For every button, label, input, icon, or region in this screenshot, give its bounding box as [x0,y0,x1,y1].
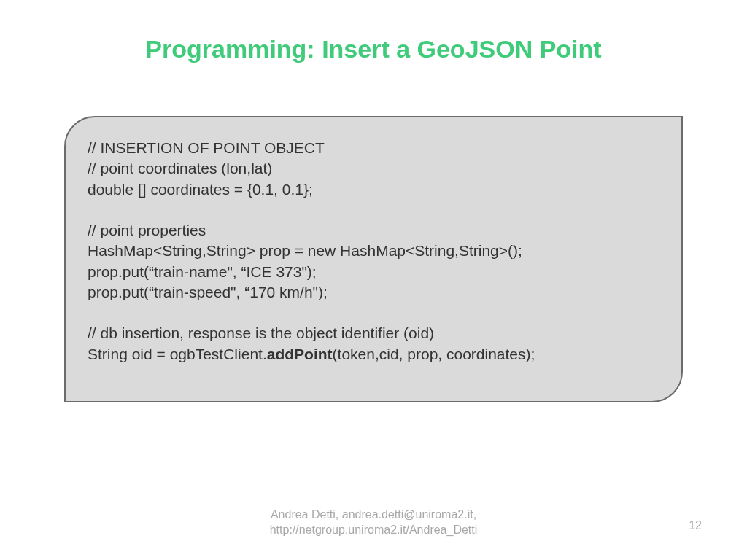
code-text: String oid = ogbTestClient. [88,346,267,362]
code-line: prop.put(“train-name", “ICE 373"); [88,262,661,282]
code-blank [88,303,661,323]
code-line: HashMap<String,String> prop = new HashMa… [88,241,661,261]
footer: Andrea Detti, andrea.detti@uniroma2.it, … [0,508,747,538]
page-number: 12 [689,519,702,532]
code-line: prop.put(“train-speed", “170 km/h"); [88,282,661,303]
code-text: (token,cid, prop, coordinates); [333,346,535,362]
footer-line: Andrea Detti, andrea.detti@uniroma2.it, [0,508,747,523]
code-line: double [] coordinates = {0.1, 0.1}; [88,179,661,200]
code-line: String oid = ogbTestClient.addPoint(toke… [88,344,661,365]
code-box: // INSERTION OF POINT OBJECT // point co… [64,116,683,402]
code-line: // INSERTION OF POINT OBJECT [88,138,661,158]
code-blank [88,200,661,220]
code-bold: addPoint [267,346,333,362]
code-line: // point properties [88,220,661,241]
code-line: // db insertion, response is the object … [88,323,661,343]
code-line: // point coordinates (lon,lat) [88,158,661,179]
footer-line: http://netgroup.uniroma2.it/Andrea_Detti [0,523,747,538]
slide-title: Programming: Insert a GeoJSON Point [0,0,747,85]
